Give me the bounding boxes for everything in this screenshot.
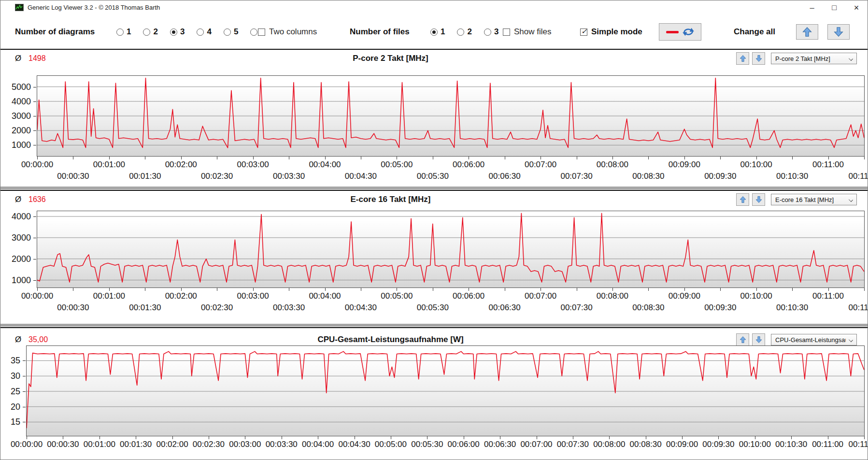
radio-option-2[interactable]: 2 xyxy=(457,27,471,37)
x-axis-label: 00:04:30 xyxy=(345,172,377,181)
show-files-checkbox[interactable] xyxy=(503,29,510,36)
x-axis-label-clipped: 00:07:30 xyxy=(557,458,589,460)
series-line xyxy=(37,78,864,148)
diagram-1-move-up-button[interactable] xyxy=(736,52,749,65)
x-axis-label: 00:02:00 xyxy=(156,440,188,449)
show-files-label: Show files xyxy=(514,27,551,37)
x-axis-tick xyxy=(361,288,361,291)
simple-mode-checkbox[interactable] xyxy=(580,29,587,36)
two-columns-checkbox[interactable] xyxy=(258,29,265,36)
y-axis-label: 1000 xyxy=(12,275,31,285)
x-axis-label: 00:07:00 xyxy=(525,291,556,301)
x-axis-label: 00:08:30 xyxy=(630,440,662,449)
x-axis-label: 00:02:00 xyxy=(165,160,197,170)
x-axis-label: 00:09:30 xyxy=(702,440,734,449)
x-axis-tick xyxy=(109,157,110,159)
diagram-3-signal-dropdown[interactable]: CPU-Gesamt-Leistungsau xyxy=(771,334,857,345)
x-axis-tick xyxy=(245,436,245,439)
y-axis-tick xyxy=(33,130,36,131)
x-axis-label: 00:04:00 xyxy=(302,440,334,449)
x-axis-label: 00:00:30 xyxy=(47,440,79,449)
change-all-up-button[interactable] xyxy=(796,24,818,40)
x-axis-tick xyxy=(864,157,865,159)
diagram-1-x-labels-row-2: 00:00:3000:01:3000:02:3000:03:3000:04:30… xyxy=(0,172,868,182)
x-axis-tick xyxy=(289,157,289,159)
x-axis-tick xyxy=(609,436,610,439)
line-color-refresh-button[interactable] xyxy=(659,23,701,41)
diagram-2-move-down-button[interactable] xyxy=(752,193,765,206)
x-axis-label: 00:01:30 xyxy=(129,303,161,313)
minimize-button[interactable]: ─ xyxy=(801,0,823,15)
simple-mode-option[interactable]: Simple mode xyxy=(580,15,642,49)
diagram-2-signal-dropdown[interactable]: E-core 16 Takt [MHz] xyxy=(771,194,857,205)
radio-option-4[interactable]: 4 xyxy=(197,27,211,37)
radio-option-3[interactable]: 3 xyxy=(484,27,498,37)
x-axis-tick xyxy=(720,288,721,291)
x-axis-tick xyxy=(792,288,793,291)
refresh-icon xyxy=(683,27,694,37)
down-arrow-icon xyxy=(755,195,762,204)
x-axis-tick xyxy=(391,436,391,439)
x-axis-tick xyxy=(361,157,361,159)
x-axis-label: 00:11:30 xyxy=(849,440,868,449)
up-arrow-icon xyxy=(740,335,746,344)
panel-separator xyxy=(0,323,868,327)
diagram-3-move-up-button[interactable] xyxy=(736,333,749,346)
x-axis-tick xyxy=(433,288,433,291)
x-axis-tick xyxy=(573,436,573,439)
diagram-3-move-down-button[interactable] xyxy=(752,333,765,346)
x-axis-tick xyxy=(505,157,505,159)
radio-label: 2 xyxy=(467,27,471,37)
x-axis-tick xyxy=(756,288,757,291)
show-files-option[interactable]: Show files xyxy=(503,15,551,49)
diagram-panel-2: Ø 1636 E-core 16 Takt [MHz] E-core 16 Ta… xyxy=(0,190,868,323)
x-axis-label: 00:04:00 xyxy=(309,160,341,170)
diagram-1-signal-dropdown[interactable]: P-core 2 Takt [MHz] xyxy=(771,53,857,64)
close-button[interactable]: × xyxy=(845,0,868,15)
plot-canvas xyxy=(27,346,864,436)
radio-option-3[interactable]: 3 xyxy=(170,27,185,37)
x-axis-label: 00:08:30 xyxy=(632,172,664,181)
x-axis-label: 00:06:00 xyxy=(448,440,480,449)
files-label: Number of files xyxy=(350,27,410,37)
x-axis-label: 00:07:00 xyxy=(520,440,552,449)
x-axis-label: 00:06:00 xyxy=(453,160,484,170)
x-axis-label: 00:05:30 xyxy=(417,303,449,313)
change-all-label: Change all xyxy=(734,27,775,37)
change-all-down-button[interactable] xyxy=(827,24,850,40)
maximize-button[interactable]: □ xyxy=(823,0,845,15)
diagram-2-move-up-button[interactable] xyxy=(736,193,749,206)
x-axis-label: 00:10:30 xyxy=(776,303,808,313)
radio-option-5[interactable]: 5 xyxy=(224,27,238,37)
diagrams-label: Number of diagrams xyxy=(15,27,95,37)
x-axis-label: 00:05:30 xyxy=(417,172,449,181)
y-axis-label: 15 xyxy=(11,417,20,427)
x-axis-tick xyxy=(684,157,685,159)
diagram-3-x-ticks xyxy=(27,436,864,440)
radio-option-2[interactable]: 2 xyxy=(143,27,157,37)
x-axis-tick xyxy=(505,288,505,291)
x-axis-label: 00:04:30 xyxy=(338,440,370,449)
x-axis-label: 00:11:00 xyxy=(812,291,844,301)
x-axis-label: 00:07:30 xyxy=(560,303,592,313)
diagram-1-move-down-button[interactable] xyxy=(752,52,765,65)
x-axis-tick xyxy=(612,288,613,291)
x-axis-label: 00:00:00 xyxy=(21,160,53,170)
radio-label: 3 xyxy=(180,27,185,37)
radio-option-1[interactable]: 1 xyxy=(116,27,131,37)
x-axis-tick xyxy=(100,436,100,439)
radio-icon xyxy=(457,29,464,36)
diagram-panel-1: Ø 1498 P-core 2 Takt [MHz] P-core 2 Takt… xyxy=(0,49,868,186)
title-bar: Generic Log Viewer 3.2 - © 2018 Thomas B… xyxy=(0,0,868,15)
diagram-1-x-ticks xyxy=(37,157,864,160)
x-axis-tick xyxy=(864,288,865,291)
x-axis-tick xyxy=(828,288,829,291)
diagram-3-y-axis: 1520253035 xyxy=(0,345,26,436)
y-axis-label: 3000 xyxy=(12,232,31,243)
app-icon xyxy=(15,4,24,11)
x-axis-tick xyxy=(577,288,577,291)
x-axis-label: 00:06:30 xyxy=(489,303,521,313)
radio-option-1[interactable]: 1 xyxy=(430,27,445,37)
two-columns-option[interactable]: Two columns xyxy=(258,15,317,49)
x-axis-tick xyxy=(427,436,427,439)
